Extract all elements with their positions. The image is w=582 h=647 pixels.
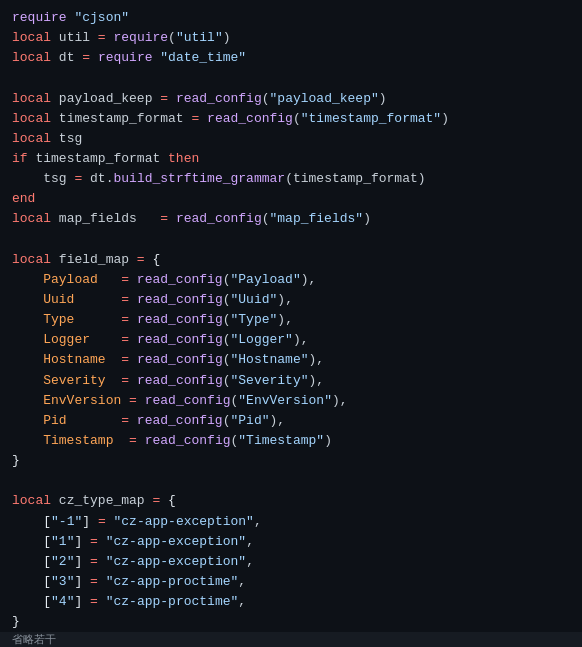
code-line-4 — [12, 68, 570, 88]
code-line-28: ["2"] = "cz-app-exception", — [12, 552, 570, 572]
footer-text: 省略若干 — [12, 632, 56, 647]
code-line-16: Type = read_config("Type"), — [12, 310, 570, 330]
code-line-5: local payload_keep = read_config("payloa… — [12, 89, 570, 109]
code-line-30: ["4"] = "cz-app-proctime", — [12, 592, 570, 612]
code-line-18: Hostname = read_config("Hostname"), — [12, 350, 570, 370]
code-line-1: require "cjson" — [12, 8, 570, 28]
code-line-23: } — [12, 451, 570, 471]
code-line-26: ["-1"] = "cz-app-exception", — [12, 512, 570, 532]
code-line-14: Payload = read_config("Payload"), — [12, 270, 570, 290]
code-line-7: local tsg — [12, 129, 570, 149]
code-line-31: } — [12, 612, 570, 632]
code-line-12 — [12, 230, 570, 250]
code-line-9: tsg = dt.build_strftime_grammar(timestam… — [12, 169, 570, 189]
footer-bar: 省略若干 — [0, 632, 582, 647]
code-line-24 — [12, 471, 570, 491]
code-line-21: Pid = read_config("Pid"), — [12, 411, 570, 431]
code-line-19: Severity = read_config("Severity"), — [12, 371, 570, 391]
code-line-22: Timestamp = read_config("Timestamp") — [12, 431, 570, 451]
code-line-3: local dt = require "date_time" — [12, 48, 570, 68]
code-line-6: local timestamp_format = read_config("ti… — [12, 109, 570, 129]
code-line-17: Logger = read_config("Logger"), — [12, 330, 570, 350]
code-line-29: ["3"] = "cz-app-proctime", — [12, 572, 570, 592]
code-line-2: local util = require("util") — [12, 28, 570, 48]
code-line-11: local map_fields = read_config("map_fiel… — [12, 209, 570, 229]
code-line-10: end — [12, 189, 570, 209]
code-line-25: local cz_type_map = { — [12, 491, 570, 511]
code-line-20: EnvVersion = read_config("EnvVersion"), — [12, 391, 570, 411]
code-editor: require "cjson" local util = require("ut… — [0, 0, 582, 632]
code-line-27: ["1"] = "cz-app-exception", — [12, 532, 570, 552]
code-line-8: if timestamp_format then — [12, 149, 570, 169]
code-line-13: local field_map = { — [12, 250, 570, 270]
code-line-15: Uuid = read_config("Uuid"), — [12, 290, 570, 310]
